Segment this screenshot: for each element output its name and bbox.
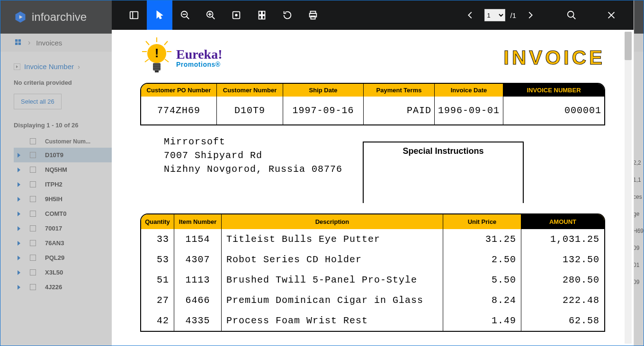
customer-address: Mirrorsoft 7007 Shipyard Rd Nizhny Novgo… (164, 135, 363, 203)
col-item: Item Number (174, 214, 222, 229)
vertical-scrollbar[interactable] (625, 32, 632, 344)
zoom-out-button[interactable] (172, 0, 198, 30)
line-item: 331154Titleist Bulls Eye Putter31.251,03… (141, 229, 604, 249)
brand-name: Eureka! (176, 47, 223, 61)
right-peek: 2,21,1cesgeH69090109 (633, 154, 644, 334)
svg-line-3 (187, 17, 189, 19)
svg-text:!: ! (155, 46, 159, 60)
svg-line-27 (145, 59, 149, 62)
value-po: 774ZH69 (141, 97, 217, 124)
header-invoice-date: Invoice Date (435, 84, 503, 97)
svg-rect-11 (259, 11, 262, 15)
invoice-document: ! Eureka! Promotions® INVOICE Customer P… (112, 30, 634, 339)
svg-point-10 (235, 14, 237, 16)
svg-line-24 (164, 41, 168, 45)
page-navigation: 1 /1 (461, 0, 540, 30)
header-ship-date: Ship Date (283, 84, 364, 97)
value-ship-date: 1997-09-16 (283, 97, 364, 124)
brand-tagline: Promotions® (176, 61, 223, 68)
svg-line-19 (573, 17, 576, 19)
close-button[interactable] (599, 0, 624, 30)
value-terms: PAID (364, 97, 435, 124)
col-desc: Description (222, 214, 443, 229)
pointer-tool-button[interactable] (147, 0, 172, 30)
header-invoice-number: INVOICE NUMBER (503, 84, 604, 97)
svg-rect-12 (262, 11, 265, 15)
page-select[interactable]: 1 (484, 9, 505, 21)
svg-rect-35 (155, 71, 159, 72)
line-items-table: Quantity Item Number Description Unit Pr… (140, 213, 605, 332)
document-viewer: 1 /1 ! Eureka! (112, 0, 634, 346)
header-customer: Customer Number (217, 84, 283, 97)
sidebar-toggle-button[interactable] (121, 0, 147, 30)
vendor-logo: ! Eureka! Promotions® (140, 37, 223, 78)
special-instructions-box: Special Instructions (363, 142, 524, 203)
svg-rect-13 (259, 16, 262, 19)
line-item: 424335Process Foam Wrist Rest1.4962.58 (141, 311, 604, 331)
col-amount: AMOUNT (521, 214, 604, 229)
value-invoice-number: 000001 (503, 97, 604, 124)
viewer-toolbar: 1 /1 (112, 0, 634, 30)
search-button[interactable] (559, 0, 584, 30)
document-area: ! Eureka! Promotions® INVOICE Customer P… (112, 30, 634, 346)
lightbulb-icon: ! (140, 37, 173, 78)
svg-line-6 (212, 17, 215, 19)
line-item: 511113Brushed Twill 5-Panel Pro-Style5.5… (141, 270, 604, 290)
invoice-title: INVOICE (503, 46, 605, 69)
value-invoice-date: 1996-09-01 (435, 97, 503, 124)
svg-rect-14 (262, 16, 265, 19)
header-po: Customer PO Number (141, 84, 217, 97)
invoice-meta-table: Customer PO Number Customer Number Ship … (140, 83, 605, 125)
svg-point-18 (568, 11, 574, 18)
special-instructions-label: Special Instructions (367, 146, 519, 156)
print-button[interactable] (300, 0, 326, 30)
svg-rect-0 (130, 12, 138, 19)
col-unit: Unit Price (443, 214, 521, 229)
zoom-in-button[interactable] (198, 0, 224, 30)
line-item: 534307Robot Series CD Holder2.50132.50 (141, 249, 604, 270)
next-page-button[interactable] (521, 0, 540, 30)
fit-page-button[interactable] (224, 0, 249, 30)
page-total: /1 (510, 11, 516, 19)
col-qty: Quantity (141, 214, 174, 229)
prev-page-button[interactable] (461, 0, 480, 30)
fit-width-button[interactable] (249, 0, 275, 30)
line-item: 276466Premium Dominican Cigar in Glass8.… (141, 290, 604, 311)
svg-line-28 (165, 59, 169, 62)
rotate-button[interactable] (275, 0, 300, 30)
value-customer: D10T9 (217, 97, 283, 124)
header-terms: Payment Terms (364, 84, 435, 97)
svg-line-23 (146, 41, 149, 45)
